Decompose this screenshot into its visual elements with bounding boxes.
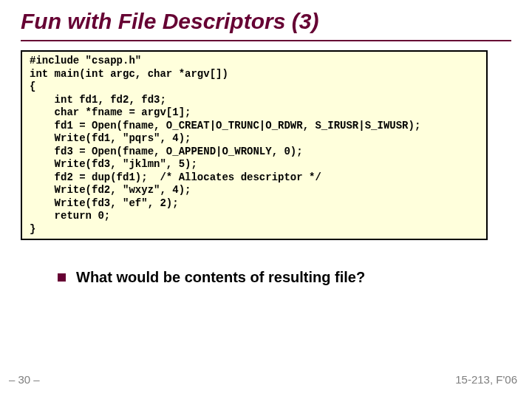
slide-title: Fun with File Descriptors (3) (21, 9, 318, 34)
code-box: #include "csapp.h" int main(int argc, ch… (21, 50, 488, 240)
bullet-item: What would be contents of resulting file… (58, 269, 365, 286)
footer-page-number: – 30 – (9, 373, 40, 386)
title-underline (21, 40, 511, 41)
code-content: #include "csapp.h" int main(int argc, ch… (30, 55, 479, 236)
square-bullet-icon (58, 273, 66, 282)
bullet-text: What would be contents of resulting file… (76, 269, 365, 286)
footer-course-id: 15-213, F'06 (455, 373, 517, 386)
